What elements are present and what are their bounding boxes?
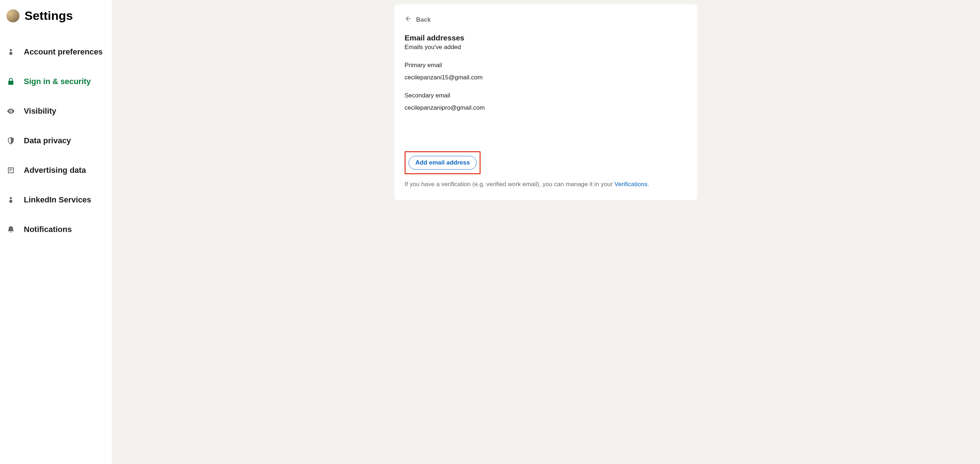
svg-rect-1 (10, 52, 12, 55)
person-icon (6, 48, 15, 56)
settings-nav: Account preferences Sign in & security V… (0, 37, 112, 244)
sidebar-item-label: Account preferences (24, 47, 103, 57)
sidebar-item-label: Notifications (24, 225, 72, 234)
newspaper-icon (6, 166, 15, 175)
sidebar-item-advertising-data[interactable]: Advertising data (0, 156, 112, 185)
main-content: Back Email addresses Emails you've added… (112, 0, 980, 464)
verification-note: If you have a verification (e.g. verifie… (404, 181, 687, 188)
avatar[interactable] (6, 10, 19, 22)
verifications-link[interactable]: Verifications (614, 181, 648, 188)
email-addresses-card: Back Email addresses Emails you've added… (395, 4, 697, 200)
shield-icon (6, 136, 15, 145)
lock-icon (6, 77, 15, 86)
settings-sidebar: Settings Account preferences Sign in & s… (0, 0, 112, 464)
sidebar-item-linkedin-services[interactable]: LinkedIn Services (0, 185, 112, 215)
sidebar-item-label: Visibility (24, 107, 56, 116)
sidebar-item-label: Data privacy (24, 136, 71, 145)
arrow-left-icon (404, 15, 412, 24)
sidebar-item-label: Advertising data (24, 166, 86, 175)
sidebar-item-label: LinkedIn Services (24, 195, 91, 204)
person-icon (6, 196, 15, 204)
sidebar-item-notifications[interactable]: Notifications (0, 215, 112, 244)
page-title: Settings (24, 9, 73, 23)
primary-email-label: Primary email (404, 62, 687, 69)
bell-icon (6, 225, 15, 234)
sidebar-item-label: Sign in & security (24, 77, 91, 86)
sidebar-item-sign-in-security[interactable]: Sign in & security (0, 67, 112, 96)
svg-rect-4 (10, 200, 12, 203)
svg-point-2 (10, 110, 11, 112)
sidebar-item-visibility[interactable]: Visibility (0, 96, 112, 126)
sidebar-item-account-preferences[interactable]: Account preferences (0, 37, 112, 67)
add-email-address-button[interactable]: Add email address (409, 156, 477, 170)
sidebar-item-data-privacy[interactable]: Data privacy (0, 126, 112, 156)
sidebar-header: Settings (0, 9, 112, 31)
section-subtitle: Emails you've added (404, 44, 687, 51)
back-label: Back (416, 16, 431, 24)
back-button[interactable]: Back (404, 15, 431, 24)
verification-note-suffix: . (648, 181, 649, 188)
highlight-box: Add email address (404, 151, 480, 174)
svg-point-3 (10, 197, 12, 199)
secondary-email-value: cecilepanzanipro@gmail.com (404, 104, 687, 112)
secondary-email-label: Secondary email (404, 92, 687, 99)
section-title: Email addresses (404, 33, 687, 42)
eye-icon (6, 107, 15, 115)
svg-point-0 (10, 49, 12, 51)
verification-note-prefix: If you have a verification (e.g. verifie… (404, 181, 614, 188)
primary-email-value: cecilepanzani15@gmail.com (404, 74, 687, 81)
